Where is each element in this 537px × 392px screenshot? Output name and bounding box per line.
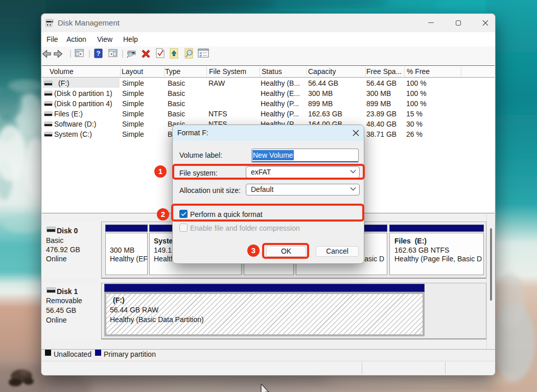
svg-text:?: ? [97, 50, 101, 57]
